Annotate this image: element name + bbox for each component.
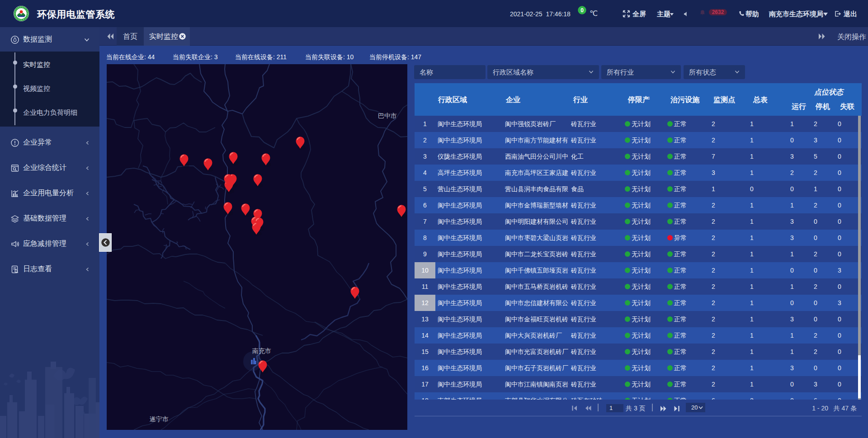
svg-text:0: 0 — [580, 7, 584, 14]
